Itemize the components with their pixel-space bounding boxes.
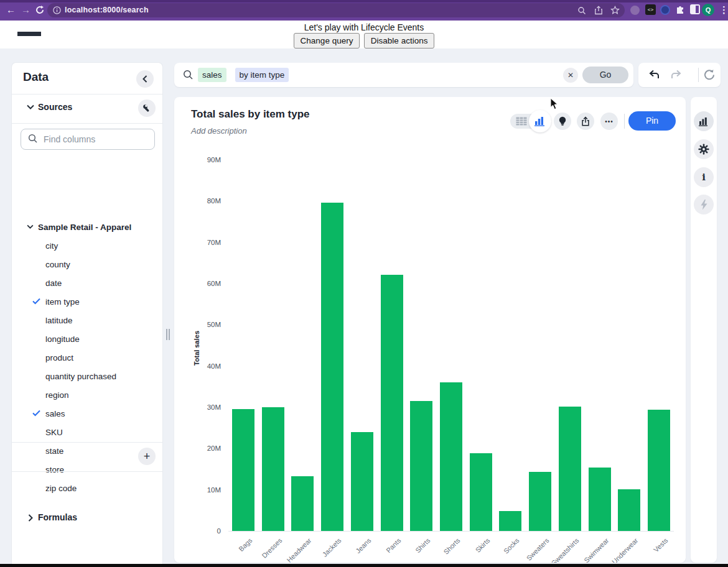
column-name: store	[45, 465, 64, 474]
disable-actions-button[interactable]: Disable actions	[364, 33, 435, 48]
bar-jeans[interactable]	[351, 432, 373, 531]
column-item-latitude[interactable]: latitude	[12, 311, 162, 330]
bar-socks[interactable]	[499, 511, 521, 531]
history-controls	[638, 63, 721, 87]
bookmark-star-icon[interactable]	[610, 6, 620, 15]
add-formula-button[interactable]: +	[138, 448, 156, 465]
bar-pants[interactable]	[381, 275, 403, 531]
bar-sweaters[interactable]	[529, 472, 551, 531]
bar-bags[interactable]	[232, 409, 254, 531]
browser-back-icon[interactable]: ←	[6, 4, 16, 16]
y-tick-label: 10M	[190, 486, 221, 494]
column-item-product[interactable]: product	[12, 349, 162, 367]
redo-icon[interactable]	[671, 70, 682, 80]
bar-shirts[interactable]	[410, 401, 432, 531]
column-name: SKU	[45, 428, 63, 437]
settings-button[interactable]	[694, 139, 714, 159]
bar-swimwear[interactable]	[589, 468, 611, 531]
y-tick-label: 50M	[190, 321, 221, 328]
column-name: quantity purchased	[45, 372, 116, 381]
search-bar[interactable]: salesby item type ✕ Go	[174, 63, 633, 87]
chevron-right-icon	[28, 514, 33, 522]
extension-disabled-icon[interactable]	[630, 6, 640, 15]
bar-sweatshirts[interactable]	[559, 407, 581, 531]
column-name: product	[45, 353, 73, 362]
table-view-icon[interactable]	[516, 117, 527, 126]
more-actions-button[interactable]: •••	[600, 113, 618, 130]
column-item-date[interactable]: date	[12, 274, 162, 293]
chart-config-button[interactable]	[694, 111, 714, 131]
bar-headwear[interactable]	[291, 476, 314, 531]
zoom-page-icon[interactable]	[577, 6, 586, 15]
bar-skirts[interactable]	[470, 453, 492, 531]
column-item-sku[interactable]: SKU	[12, 423, 162, 442]
column-item-sales[interactable]: sales	[12, 405, 162, 423]
undo-icon[interactable]	[648, 70, 660, 80]
column-item-region[interactable]: region	[12, 386, 162, 405]
collapse-panel-button[interactable]	[136, 70, 154, 88]
plot-area	[228, 160, 674, 532]
column-item-zip-code[interactable]: zip code	[12, 479, 162, 498]
browser-address-bar[interactable]: localhost:8000/search	[47, 3, 625, 17]
x-tick-label: Bags	[200, 537, 253, 563]
source-name: Sample Retail - Apparel	[38, 223, 131, 232]
change-query-button[interactable]: Change query	[294, 33, 360, 48]
reset-icon[interactable]	[704, 69, 715, 81]
column-item-city[interactable]: city	[12, 237, 162, 256]
search-token-measure[interactable]: sales	[198, 68, 226, 82]
column-item-longitude[interactable]: longitude	[12, 330, 162, 349]
search-token-attribute[interactable]: by item type	[235, 68, 289, 82]
answer-card: Total sales by item type Add description…	[174, 97, 686, 563]
pin-button[interactable]: Pin	[628, 111, 676, 131]
column-item-county[interactable]: county	[12, 256, 162, 274]
data-panel-title: Data	[23, 70, 49, 84]
share-button[interactable]	[577, 113, 594, 130]
column-name: city	[45, 241, 58, 251]
bar-shorts[interactable]	[440, 382, 462, 531]
choose-sources-button[interactable]	[138, 99, 156, 117]
chevron-down-icon	[27, 224, 34, 229]
chevron-down-icon	[27, 104, 34, 109]
y-tick-label: 70M	[190, 239, 221, 246]
source-tree-header[interactable]: Sample Retail - Apparel	[12, 218, 162, 237]
insights-button[interactable]	[554, 113, 571, 130]
chart-view-selected[interactable]	[529, 110, 551, 132]
extension-circle-icon[interactable]	[660, 5, 670, 15]
formulas-section-header[interactable]: Formulas	[12, 509, 162, 528]
bar-dresses[interactable]	[262, 407, 284, 531]
extension-code-icon[interactable]: <>	[645, 4, 656, 15]
details-button[interactable]: i	[694, 167, 714, 187]
browser-forward-icon[interactable]: →	[21, 4, 30, 16]
answer-description-placeholder[interactable]: Add description	[191, 126, 247, 136]
toolbar-divider	[624, 114, 625, 129]
bar-jackets[interactable]	[321, 203, 343, 531]
column-item-quantity-purchased[interactable]: quantity purchased	[12, 367, 162, 386]
find-columns-input[interactable]	[21, 129, 155, 150]
bar-vests[interactable]	[648, 410, 670, 531]
y-tick-label: 30M	[190, 403, 221, 411]
share-page-icon[interactable]	[594, 6, 603, 15]
browser-menu-kebab-icon[interactable]: ⋮	[719, 4, 728, 16]
extensions-puzzle-icon[interactable]	[675, 4, 686, 15]
browser-profile-avatar[interactable]: Q	[702, 4, 714, 16]
bar-underwear[interactable]	[618, 489, 640, 531]
column-name: sales	[45, 409, 65, 418]
column-item-item-type[interactable]: item type	[12, 293, 162, 311]
column-name: date	[45, 279, 62, 288]
search-icon	[183, 70, 194, 80]
share-icon	[581, 116, 590, 127]
site-info-icon[interactable]	[53, 6, 61, 14]
spotiq-button[interactable]	[694, 195, 714, 214]
y-tick-label: 20M	[190, 445, 221, 452]
url-text: localhost:8000/search	[65, 6, 149, 14]
go-button[interactable]: Go	[582, 67, 628, 83]
column-item-store[interactable]: store	[12, 461, 162, 479]
data-panel: Data Sources Sample Retail - Apparel cit…	[11, 62, 163, 564]
side-panel-icon[interactable]	[690, 4, 700, 14]
sources-label: Sources	[38, 102, 72, 112]
wrench-icon	[142, 104, 151, 113]
browser-reload-icon[interactable]	[35, 5, 45, 15]
column-name: state	[45, 446, 63, 456]
clear-search-button[interactable]: ✕	[563, 68, 578, 83]
info-icon: i	[702, 172, 706, 183]
